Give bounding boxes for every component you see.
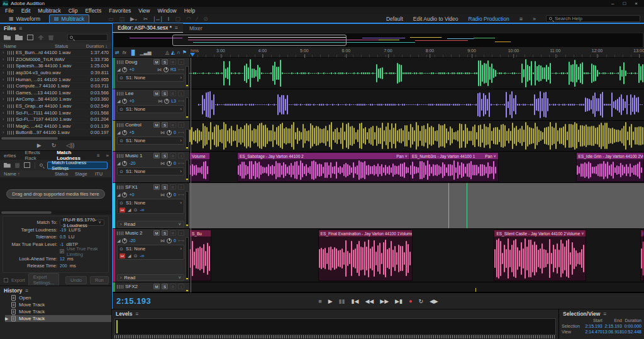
eq-power-icon[interactable]: ⊙	[133, 208, 137, 213]
undo-button[interactable]: Undo	[65, 276, 87, 284]
snap-off-icon[interactable]: ◬	[165, 50, 169, 55]
clip-envelope-select[interactable]: Pan˅	[485, 154, 496, 158]
send-power-icon[interactable]: ⊙	[119, 169, 123, 174]
ml-hscrollbar[interactable]	[0, 210, 111, 214]
ml-field-value[interactable]: 12	[60, 257, 65, 261]
track-lane[interactable]: VolumeES_Sabotage - Jay Varton 44100 2Pa…	[189, 152, 644, 182]
volume-knob[interactable]	[122, 99, 127, 104]
arm-record-button[interactable]: R	[170, 122, 176, 128]
stop-button[interactable]: ■	[318, 298, 321, 304]
pan-knob[interactable]	[167, 238, 172, 243]
volume-knob[interactable]	[122, 238, 127, 243]
send-row[interactable]: ⊙S1: None›	[119, 245, 182, 252]
file-row[interactable]: ›Games, ...13 44100 1.wav0:03.566	[0, 90, 111, 97]
history-item[interactable]: Move Track	[5, 301, 111, 308]
tab-erties[interactable]: erties	[3, 152, 18, 159]
audio-clip[interactable]: S_Bu	[189, 230, 211, 281]
eraser-tool-icon[interactable]: ⊘	[203, 16, 208, 22]
clip-header[interactable]: ES_Final Examination - Jay Varton 44100 …	[319, 230, 412, 236]
volume-knob[interactable]	[122, 192, 127, 197]
history-item[interactable]: ▶Move Track	[5, 315, 111, 322]
track-name[interactable]: Control	[125, 122, 152, 128]
ml-col-itu[interactable]: ITU	[95, 171, 108, 177]
track-header[interactable]: SFX1MSRI◢+0⋈0⟷⊙S1: None›↦◢⊙-∞›Read˅	[115, 183, 189, 228]
expand-icon[interactable]: ›	[3, 104, 6, 108]
solo-button[interactable]: S	[162, 230, 168, 236]
clip-properties-icon[interactable]: ▐▌	[130, 50, 136, 55]
expand-icon[interactable]: ›	[3, 57, 6, 62]
file-row[interactable]: ›ES_Burn...rd 44100 1.wav1:37.470	[0, 50, 111, 57]
clip-envelope-select[interactable]: Volume˅	[567, 231, 584, 236]
export-settings-button[interactable]: Export Settings...	[28, 273, 59, 286]
monitor-input-button[interactable]: I	[178, 153, 184, 158]
expand-icon[interactable]: ›	[3, 97, 6, 101]
volume-value[interactable]: +0	[129, 67, 134, 72]
razor-tool-icon[interactable]: ✂	[143, 16, 148, 22]
track-lane[interactable]	[189, 183, 644, 228]
match-loudness-settings-button[interactable]: Match Loudness Settings	[47, 162, 108, 169]
move-tool-icon[interactable]: ▶₊	[130, 16, 138, 22]
track-header[interactable]: ControlMSRI◢+5⋈0⟷⊙S1: None›	[115, 121, 189, 151]
true-peak-checkbox[interactable]: ✓	[60, 249, 64, 253]
audio-clip[interactable]: ES_Silent Castle - Jay Varton 44100 2Vol…	[494, 230, 586, 281]
track-name[interactable]: Music 2	[125, 230, 152, 236]
preview-loop-icon[interactable]: ↻	[52, 142, 57, 148]
send-power-icon[interactable]: ⊙	[119, 75, 123, 81]
ml-col-name[interactable]: Name ↑	[4, 171, 55, 177]
clip-envelope-select[interactable]: Pan˅	[396, 154, 407, 158]
open-file-icon[interactable]	[4, 35, 11, 40]
track-lane[interactable]	[189, 89, 644, 120]
selview-duration-value[interactable]: 0:00.000	[622, 324, 641, 328]
expand-icon[interactable]: ›	[3, 50, 6, 55]
import-file-icon[interactable]	[15, 35, 23, 40]
eq-value[interactable]: -∞	[140, 208, 144, 212]
expand-icon[interactable]: ›	[3, 64, 6, 68]
volume-knob[interactable]	[122, 161, 127, 166]
arm-record-button[interactable]: R	[170, 230, 176, 236]
ml-overflow-icon[interactable]: »	[106, 153, 109, 158]
expand-icon[interactable]: ›	[3, 117, 6, 121]
selview-end-value[interactable]: 13:06.918	[602, 330, 622, 334]
expand-icon[interactable]: ›	[3, 111, 6, 115]
track-header[interactable]: Music 2MSRI◢-20⋈0⟷⊙S1: None›↦◢⊙-∞›Read˅	[115, 229, 189, 282]
menu-effects[interactable]: Effects	[85, 8, 101, 14]
volume-knob[interactable]	[122, 130, 127, 135]
ml-col-status[interactable]: Status	[55, 171, 75, 177]
file-row[interactable]: ›asp304-v3_outro.wav0:39.811	[0, 70, 111, 77]
run-button[interactable]: Run	[90, 276, 109, 284]
slip-tool-icon[interactable]: |↔|	[153, 16, 162, 22]
workspace-menu-icon[interactable]: ≡	[519, 16, 523, 22]
export-checkbox[interactable]	[4, 278, 8, 282]
audio-clip[interactable]: ES_Idle Grin - Jay Varton 44100 2Volu˅	[576, 152, 644, 182]
audio-clip[interactable]: ES_Final Examination - Jay Varton 44100 …	[318, 230, 413, 281]
send-row[interactable]: ⊙S1: None›	[119, 106, 182, 113]
eq-row[interactable]: ↦◢⊙-∞	[119, 252, 182, 259]
track-header[interactable]: DougMSRI◢+0⋈R3⟷⊙S1: None›	[115, 58, 189, 89]
mute-button[interactable]: M	[153, 59, 160, 65]
files-hscrollbar[interactable]	[0, 136, 111, 140]
clip-header[interactable]: ES_Sabotage - Jay Varton 44100 2Pan˅	[238, 153, 409, 159]
multitrack-mode-button[interactable]: ▤ Multitrack	[49, 14, 89, 23]
pan-value[interactable]: L3	[171, 99, 176, 103]
playhead-line[interactable]	[191, 58, 191, 292]
mixer-tab[interactable]: Mixer	[183, 24, 209, 33]
pan-knob[interactable]	[167, 130, 172, 135]
clip-header[interactable]: ES_Idle Grin - Jay Varton 44100 2Volu˅	[577, 153, 643, 159]
magnet-icon[interactable]: ∩	[177, 50, 180, 55]
volume-value[interactable]: +5	[129, 130, 134, 135]
ml-drop-area[interactable]: Drag and drop supported media files here	[0, 177, 111, 210]
mute-button[interactable]: M	[153, 284, 160, 289]
expand-icon[interactable]: ›	[3, 84, 6, 88]
solo-button[interactable]: S	[162, 59, 168, 65]
ml-add-files-icon[interactable]	[4, 163, 11, 168]
eq-power-icon[interactable]: ⊙	[133, 253, 137, 258]
solo-button[interactable]: S	[162, 153, 168, 158]
file-row[interactable]: ›ZOOM0006_TrLR.WAV1:33.736	[0, 57, 111, 64]
editor-tab[interactable]: Editor: ASP-304.sesx * ≡	[113, 23, 183, 33]
volume-value[interactable]: -20	[129, 161, 135, 165]
workspace-overflow-icon[interactable]: »	[533, 16, 536, 22]
file-row[interactable]: ›AirComp...58 44100 1.wav0:03.360	[0, 96, 111, 103]
pan-value[interactable]: 0	[174, 161, 176, 165]
eq-edit-icon[interactable]: ↦	[119, 208, 125, 213]
menu-multitrack[interactable]: Multitrack	[38, 8, 60, 14]
